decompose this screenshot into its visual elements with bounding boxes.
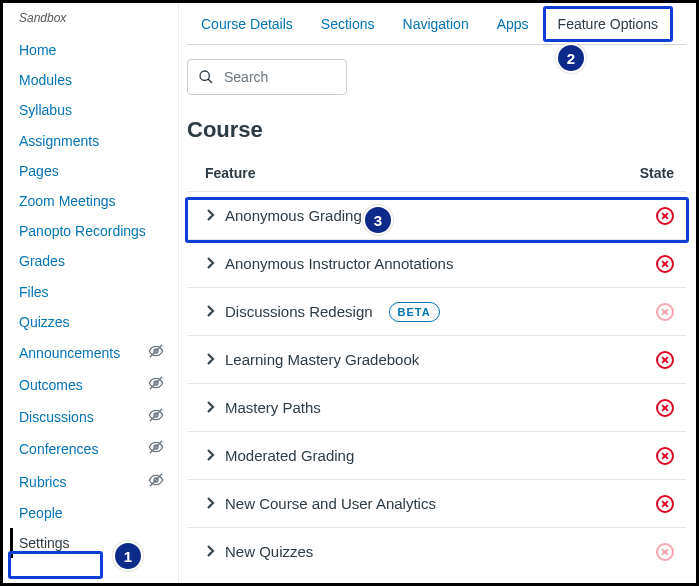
search-field[interactable] <box>187 59 347 95</box>
main-content: Course Details Sections Navigation Apps … <box>179 3 696 583</box>
feature-name: Anonymous Instructor Annotations <box>225 255 453 272</box>
state-disabled-icon[interactable] <box>656 399 674 417</box>
state-disabled-icon[interactable] <box>656 447 674 465</box>
beta-badge: BETA <box>389 302 440 322</box>
tab-course-details[interactable]: Course Details <box>187 6 307 42</box>
hidden-eye-icon <box>148 407 164 427</box>
state-disabled-icon[interactable] <box>656 543 674 561</box>
feature-row-new-quizzes[interactable]: New Quizzes <box>187 527 686 575</box>
sidebar-item-people[interactable]: People <box>19 498 178 528</box>
col-state: State <box>640 165 674 181</box>
annotation-badge-3: 3 <box>363 205 393 235</box>
search-wrap <box>187 59 686 95</box>
sidebar-item-label: Files <box>19 283 49 301</box>
state-disabled-icon[interactable] <box>656 495 674 513</box>
sidebar-item-settings[interactable]: Settings <box>10 528 178 558</box>
settings-tabs: Course Details Sections Navigation Apps … <box>187 3 686 45</box>
feature-name: Moderated Grading <box>225 447 354 464</box>
feature-row-anonymous-grading[interactable]: Anonymous Grading <box>187 191 686 239</box>
sidebar-item-panopto[interactable]: Panopto Recordings <box>19 216 178 246</box>
feature-name: Mastery Paths <box>225 399 321 416</box>
feature-row-mastery-paths[interactable]: Mastery Paths <box>187 383 686 431</box>
feature-name: Learning Mastery Gradebook <box>225 351 419 368</box>
sidebar-item-grades[interactable]: Grades <box>19 246 178 276</box>
sidebar-item-rubrics[interactable]: Rubrics <box>19 466 178 498</box>
app-frame: Sandbox Home Modules Syllabus Assignment… <box>0 0 699 586</box>
chevron-right-icon <box>205 400 215 416</box>
feature-name: Discussions Redesign <box>225 303 373 320</box>
sidebar-item-label: Announcements <box>19 344 120 362</box>
sidebar-item-label: Modules <box>19 71 72 89</box>
feature-row-learning-mastery[interactable]: Learning Mastery Gradebook <box>187 335 686 383</box>
sidebar-item-label: Grades <box>19 252 65 270</box>
search-input[interactable] <box>222 68 336 86</box>
sidebar-item-pages[interactable]: Pages <box>19 156 178 186</box>
sidebar-item-label: Discussions <box>19 408 94 426</box>
sidebar-item-assignments[interactable]: Assignments <box>19 126 178 156</box>
sidebar-item-zoom[interactable]: Zoom Meetings <box>19 186 178 216</box>
tab-sections[interactable]: Sections <box>307 6 389 42</box>
state-disabled-icon[interactable] <box>656 255 674 273</box>
annotation-badge-2: 2 <box>556 43 586 73</box>
state-disabled-icon[interactable] <box>656 207 674 225</box>
sidebar-item-modules[interactable]: Modules <box>19 65 178 95</box>
context-title: Sandbox <box>19 11 178 25</box>
annotation-badge-1: 1 <box>113 541 143 571</box>
chevron-right-icon <box>205 352 215 368</box>
sidebar-item-label: Pages <box>19 162 59 180</box>
sidebar-item-label: Panopto Recordings <box>19 222 146 240</box>
feature-name: Anonymous Grading <box>225 207 362 224</box>
sidebar-item-label: Quizzes <box>19 313 70 331</box>
state-disabled-icon[interactable] <box>656 303 674 321</box>
svg-line-11 <box>208 79 212 83</box>
feature-row-new-analytics[interactable]: New Course and User Analytics <box>187 479 686 527</box>
sidebar-item-label: Zoom Meetings <box>19 192 115 210</box>
sidebar-item-label: Home <box>19 41 56 59</box>
sidebar-item-label: People <box>19 504 63 522</box>
sidebar-item-label: Settings <box>19 534 70 552</box>
hidden-eye-icon <box>148 375 164 395</box>
chevron-right-icon <box>205 304 215 320</box>
sidebar-item-label: Syllabus <box>19 101 72 119</box>
hidden-eye-icon <box>148 343 164 363</box>
feature-table-header: Feature State <box>187 157 686 191</box>
sidebar-item-announcements[interactable]: Announcements <box>19 337 178 369</box>
sidebar-item-label: Assignments <box>19 132 99 150</box>
tab-apps[interactable]: Apps <box>483 6 543 42</box>
feature-row-anon-instructor-annotations[interactable]: Anonymous Instructor Annotations <box>187 239 686 287</box>
hidden-eye-icon <box>148 472 164 492</box>
feature-row-discussions-redesign[interactable]: Discussions Redesign BETA <box>187 287 686 335</box>
sidebar-item-conferences[interactable]: Conferences <box>19 433 178 465</box>
col-feature: Feature <box>205 165 256 181</box>
sidebar-item-label: Conferences <box>19 440 98 458</box>
chevron-right-icon <box>205 496 215 512</box>
sidebar-item-discussions[interactable]: Discussions <box>19 401 178 433</box>
svg-point-10 <box>200 71 209 80</box>
sidebar-item-files[interactable]: Files <box>19 277 178 307</box>
feature-name: New Quizzes <box>225 543 313 560</box>
tab-feature-options[interactable]: Feature Options <box>543 6 673 42</box>
chevron-right-icon <box>205 544 215 560</box>
sidebar-item-home[interactable]: Home <box>19 35 178 65</box>
feature-row-moderated-grading[interactable]: Moderated Grading <box>187 431 686 479</box>
sidebar-item-label: Rubrics <box>19 473 66 491</box>
state-disabled-icon[interactable] <box>656 351 674 369</box>
sidebar-item-label: Outcomes <box>19 376 83 394</box>
chevron-right-icon <box>205 448 215 464</box>
sidebar-item-outcomes[interactable]: Outcomes <box>19 369 178 401</box>
search-icon <box>198 69 214 85</box>
hidden-eye-icon <box>148 439 164 459</box>
tab-navigation[interactable]: Navigation <box>389 6 483 42</box>
chevron-right-icon <box>205 256 215 272</box>
course-sidebar: Sandbox Home Modules Syllabus Assignment… <box>3 3 179 583</box>
sidebar-item-syllabus[interactable]: Syllabus <box>19 95 178 125</box>
feature-name: New Course and User Analytics <box>225 495 436 512</box>
section-title: Course <box>187 117 686 143</box>
sidebar-item-quizzes[interactable]: Quizzes <box>19 307 178 337</box>
chevron-right-icon <box>205 208 215 224</box>
